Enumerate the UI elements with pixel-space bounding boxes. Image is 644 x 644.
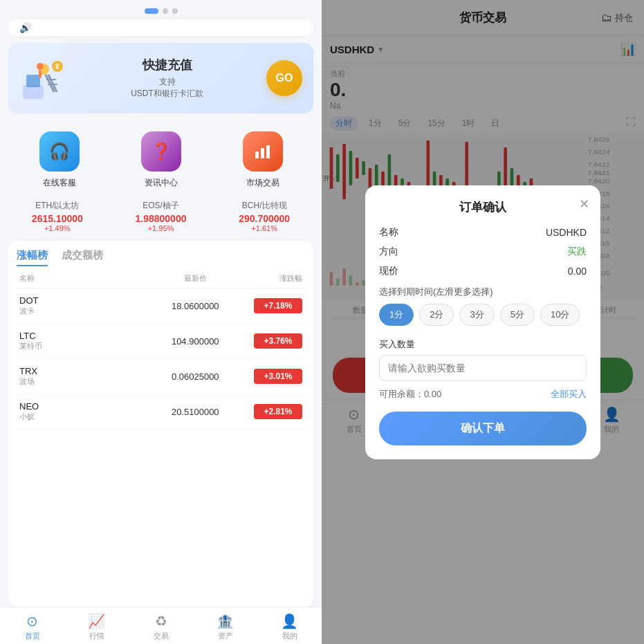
carousel-dots (0, 0, 322, 19)
ticker-eos-change: +1.95% (112, 224, 210, 232)
modal-val-direction: 买跌 (567, 246, 587, 258)
modal-balance-label: 可用余额：0.00 (379, 388, 441, 401)
quick-icon-news[interactable]: ❓ 资讯中心 (141, 131, 181, 189)
customer-service-label: 在线客服 (43, 177, 76, 189)
modal-quantity-input[interactable] (379, 355, 587, 381)
rank-header-name: 名称 (19, 273, 137, 284)
rank-name-neo: NEO 小蚁 (19, 401, 137, 422)
modal-close-button[interactable]: ✕ (579, 196, 589, 212)
left-nav-trade[interactable]: ♻ 交易 (129, 613, 193, 641)
promo-title: 快捷充值 (68, 57, 266, 73)
left-nav-profile[interactable]: 👤 我的 (257, 613, 322, 641)
market-label: 市场交易 (246, 177, 279, 189)
ticker-eth-price: 2615.10000 (8, 213, 107, 224)
table-row[interactable]: TRX 波场 0.06025000 +3.01% (17, 359, 305, 394)
rank-name-trx: TRX 波场 (19, 366, 137, 387)
assets-nav-label: 资产 (218, 631, 233, 641)
time-opt-5m[interactable]: 5分 (500, 304, 535, 326)
time-opt-1m[interactable]: 1分 (379, 304, 414, 326)
svg-rect-13 (266, 145, 270, 158)
time-opt-2m[interactable]: 2分 (419, 304, 454, 326)
rank-header-change: 涨跌幅 (254, 273, 302, 284)
modal-title: 订单确认 (379, 199, 587, 215)
news-label: 资讯中心 (145, 177, 178, 189)
order-confirm-modal: 订单确认 ✕ 名称 USDHKD 方向 买跌 现价 0.00 选择到期时间(左滑… (365, 185, 600, 459)
svg-rect-8 (39, 70, 42, 78)
svg-text:¥: ¥ (55, 63, 59, 71)
promo-illustration: ¥ (19, 54, 68, 102)
svg-rect-11 (255, 151, 259, 158)
left-nav-market[interactable]: 📈 行情 (64, 613, 129, 641)
modal-label-direction: 方向 (379, 246, 398, 258)
dot-2[interactable] (163, 8, 168, 14)
modal-val-name: USDHKD (546, 227, 587, 238)
rank-header-price: 最新价 (137, 273, 255, 284)
modal-all-button[interactable]: 全部买入 (551, 388, 587, 401)
svg-rect-12 (261, 148, 264, 158)
time-opt-10m[interactable]: 10分 (540, 304, 580, 326)
promo-banner[interactable]: ¥ 快捷充值 支持USDT和银行卡汇款 GO (8, 43, 313, 113)
ticker-eth-pair: ETH/以太坊 (8, 200, 107, 212)
rank-price-ltc: 104.900000 (137, 336, 255, 347)
table-row[interactable]: DOT 波卡 18.0600000 +7.18% (17, 288, 305, 324)
modal-val-price: 0.00 (568, 266, 587, 277)
ticker-eth-change: +1.49% (8, 224, 107, 232)
time-opt-3m[interactable]: 3分 (459, 304, 494, 326)
right-panel: 货币交易 🗂 持仓 USDHKD ▼ 📊 当前 0. Na 分时 1分 5分 1… (322, 0, 644, 644)
rank-change-ltc: +3.76% (254, 333, 302, 349)
promo-text: 快捷充值 支持USDT和银行卡汇款 (68, 57, 266, 100)
modal-label-price: 现价 (379, 265, 398, 277)
modal-quantity-label: 买入数量 (379, 338, 587, 351)
rankings-tabs: 涨幅榜 成交额榜 (17, 249, 305, 266)
speaker-bar: 🔊 (8, 19, 313, 36)
left-bottom-nav: ⊙ 首页 📈 行情 ♻ 交易 🏦 资产 👤 我的 (0, 607, 322, 644)
news-icon: ❓ (141, 131, 181, 172)
promo-go-button[interactable]: GO (266, 60, 302, 96)
home-icon: ⊙ (26, 613, 38, 629)
rank-tab-gainers[interactable]: 涨幅榜 (17, 249, 48, 266)
ticker-eos-price: 1.98800000 (112, 213, 210, 224)
ticker-row: ETH/以太坊 2615.10000 +1.49% EOS/柚子 1.98800… (0, 194, 322, 241)
rank-change-dot: +7.18% (254, 298, 302, 313)
home-label: 首页 (25, 631, 40, 641)
rank-name-dot: DOT 波卡 (19, 295, 137, 316)
rank-name-ltc: LTC 莱特币 (19, 331, 137, 351)
quick-icon-market[interactable]: 市场交易 (243, 131, 283, 189)
profile-nav-icon: 👤 (281, 613, 298, 629)
rank-price-neo: 20.5100000 (137, 407, 255, 417)
rankings-section: 涨幅榜 成交额榜 名称 最新价 涨跌幅 DOT 波卡 18.0600000 +7… (8, 241, 313, 607)
table-row[interactable]: LTC 莱特币 104.900000 +3.76% (17, 324, 305, 359)
ticker-bch-price: 290.700000 (215, 213, 313, 224)
ticker-bch-pair: BCH/比特现 (215, 200, 313, 212)
promo-subtitle: 支持USDT和银行卡汇款 (68, 76, 266, 100)
rank-change-trx: +3.01% (254, 369, 302, 384)
assets-nav-icon: 🏦 (217, 613, 234, 629)
rank-price-dot: 18.0600000 (137, 301, 255, 311)
profile-nav-label: 我的 (282, 631, 297, 641)
dot-3[interactable] (172, 8, 178, 14)
rank-tab-volume[interactable]: 成交额榜 (62, 249, 103, 266)
quick-icons: 🎧 在线客服 ❓ 资讯中心 市场交易 (0, 120, 322, 194)
dot-1[interactable] (145, 8, 158, 14)
left-nav-home[interactable]: ⊙ 首页 (0, 613, 64, 641)
ticker-eos-pair: EOS/柚子 (112, 200, 210, 212)
ticker-eth[interactable]: ETH/以太坊 2615.10000 +1.49% (8, 200, 107, 232)
modal-confirm-button[interactable]: 确认下单 (379, 412, 587, 445)
rank-change-neo: +2.81% (254, 404, 302, 419)
left-nav-assets[interactable]: 🏦 资产 (193, 613, 257, 641)
trade-nav-icon: ♻ (155, 613, 167, 629)
quick-icon-customer-service[interactable]: 🎧 在线客服 (39, 131, 80, 189)
rank-header: 名称 最新价 涨跌幅 (17, 273, 305, 288)
trade-nav-label: 交易 (154, 631, 169, 641)
ticker-eos[interactable]: EOS/柚子 1.98800000 +1.95% (112, 200, 210, 232)
svg-rect-1 (26, 75, 40, 87)
svg-point-7 (37, 63, 44, 70)
time-options: 1分 2分 3分 5分 10分 (379, 304, 587, 329)
table-row[interactable]: NEO 小蚁 20.5100000 +2.81% (17, 394, 305, 430)
modal-row-direction: 方向 买跌 (379, 246, 587, 258)
left-panel: 🔊 ¥ 快捷充值 支持USDT和银行卡汇款 (0, 0, 322, 644)
modal-row-name: 名称 USDHKD (379, 226, 587, 239)
ticker-bch[interactable]: BCH/比特现 290.700000 +1.61% (215, 200, 313, 232)
modal-overlay[interactable]: 订单确认 ✕ 名称 USDHKD 方向 买跌 现价 0.00 选择到期时间(左滑… (322, 0, 644, 644)
modal-label-name: 名称 (379, 226, 398, 239)
